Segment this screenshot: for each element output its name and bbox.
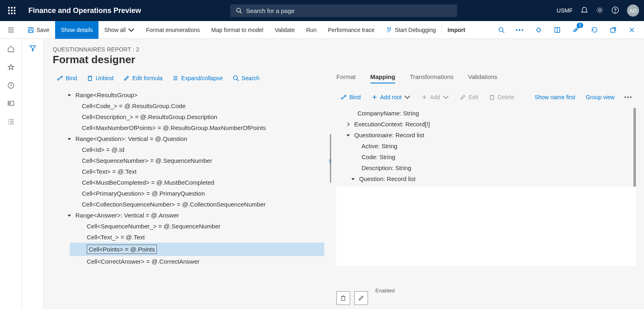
splitter[interactable]: ||: [324, 73, 336, 309]
tree-row[interactable]: Cell<CollectionSequenceNumber> = @.Colle…: [53, 199, 324, 210]
tree-row[interactable]: Cell<MaxNumberOfPoints> = @.ResultsGroup…: [53, 122, 324, 133]
caret-down-icon[interactable]: [67, 213, 73, 217]
close-icon[interactable]: [625, 23, 638, 36]
hamburger-icon[interactable]: [0, 26, 22, 34]
refresh-icon[interactable]: [588, 23, 601, 36]
tree-row[interactable]: Cell<SequenceNumber> = @.SequenceNumber: [53, 155, 324, 166]
tab-format[interactable]: Format: [336, 73, 356, 83]
mapping-tree[interactable]: CompanyName: String ExecutionContext: Re…: [336, 108, 636, 187]
map-icon[interactable]: [551, 23, 564, 36]
tree-label: Range<ResultsGroup>: [75, 92, 137, 98]
splitter-grip-icon[interactable]: ||: [329, 158, 332, 163]
more-icon[interactable]: •••: [621, 94, 636, 100]
text-input-area[interactable]: [336, 187, 636, 266]
tree-row[interactable]: Range<ResultsGroup>: [53, 90, 324, 100]
add-root-button[interactable]: Add root: [367, 92, 415, 102]
panels: Bind Unbind Edit formula Expand/collapse…: [53, 73, 644, 309]
map-row[interactable]: Question: Record list: [336, 173, 636, 184]
format-enum-button[interactable]: Format enumerations: [140, 21, 205, 39]
attach-icon[interactable]: 0: [569, 23, 582, 36]
tree-row[interactable]: Cell<Description_> = @.ResultsGroup.Desc…: [53, 111, 324, 122]
format-enum-label: Format enumerations: [146, 27, 200, 33]
home-icon[interactable]: [7, 45, 15, 54]
tree-row[interactable]: Cell<Text> = @.Text: [53, 166, 324, 177]
delete-box-button[interactable]: [336, 291, 350, 305]
tab-transformations[interactable]: Transformations: [410, 73, 454, 83]
popout-icon[interactable]: [607, 23, 620, 36]
tree-label: Cell<Id> = @.Id: [82, 146, 124, 153]
import-button[interactable]: Import: [442, 21, 471, 39]
start-debug-button[interactable]: Start Debugging: [380, 21, 441, 39]
tree-row[interactable]: Cell<PrimaryQuestion> = @.PrimaryQuestio…: [53, 188, 324, 199]
caret-down-icon[interactable]: [67, 137, 73, 141]
edit-box-button[interactable]: [354, 291, 368, 305]
bell-icon[interactable]: [581, 6, 588, 15]
scrollbar[interactable]: [633, 108, 636, 187]
format-tree[interactable]: Range<ResultsGroup> Cell<Code_> = @.Resu…: [53, 90, 324, 309]
map-row[interactable]: Active: String: [336, 141, 636, 151]
map-row[interactable]: Questionnaire: Record list: [336, 130, 636, 141]
svg-rect-9: [30, 28, 32, 29]
bind-button[interactable]: Bind: [336, 92, 365, 102]
more-action-icon[interactable]: •••: [513, 23, 526, 36]
tree-row[interactable]: Cell<MustBeCompleted> = @.MustBeComplete…: [53, 177, 324, 188]
tree-row[interactable]: Cell<Code_> = @.ResultsGroup.Code: [53, 100, 324, 111]
funnel-icon[interactable]: [29, 45, 36, 309]
search-input[interactable]: [246, 7, 451, 14]
waffle-icon[interactable]: [5, 4, 19, 17]
diamond-icon[interactable]: [532, 23, 545, 36]
show-all-button[interactable]: Show all: [98, 21, 140, 39]
map-format-button[interactable]: Map format to model: [205, 21, 269, 39]
clock-icon[interactable]: [7, 82, 15, 90]
modules-icon[interactable]: [7, 118, 15, 127]
expand-button[interactable]: Expand/collapse: [168, 73, 227, 83]
map-row[interactable]: Description: String: [336, 162, 636, 173]
caret-right-icon[interactable]: [346, 122, 352, 126]
map-label: CompanyName: String: [357, 110, 419, 117]
search-box[interactable]: [230, 4, 457, 17]
edit-label: Edit: [469, 94, 478, 100]
workspace-icon[interactable]: [7, 100, 15, 109]
tree-row[interactable]: Cell<Text_> = @.Text: [53, 232, 324, 243]
save-button[interactable]: Save: [22, 21, 55, 39]
svg-rect-42: [490, 96, 494, 100]
save-label: Save: [36, 27, 49, 33]
tree-row[interactable]: Cell<SequenceNumber_> = @.SequenceNumber: [53, 221, 324, 232]
bind-button[interactable]: Bind: [53, 73, 81, 83]
caret-down-icon[interactable]: [351, 177, 357, 181]
svg-line-37: [237, 79, 239, 81]
perf-trace-button[interactable]: Performance trace: [322, 21, 380, 39]
tab-mapping[interactable]: Mapping: [370, 73, 396, 83]
map-label: Questionnaire: Record list: [354, 132, 424, 139]
map-row[interactable]: CompanyName: String: [336, 108, 636, 119]
bind-label: Bind: [349, 94, 361, 100]
show-details-button[interactable]: Show details: [55, 21, 98, 39]
company-label[interactable]: USMF: [556, 7, 573, 14]
tab-validations[interactable]: Validations: [468, 73, 497, 83]
avatar[interactable]: AD: [627, 4, 639, 17]
gear-icon[interactable]: [596, 6, 603, 15]
tree-label: Cell<Code_> = @.ResultsGroup.Code: [82, 102, 186, 109]
tree-row[interactable]: Cell<Points> = @.Points: [70, 243, 324, 256]
tree-row[interactable]: Cell<Id> = @.Id: [53, 144, 324, 155]
tree-row[interactable]: Range<Question>: Vertical = @.Question: [53, 133, 324, 144]
search-button[interactable]: Search: [229, 73, 263, 83]
map-row[interactable]: Code: String: [336, 151, 636, 162]
group-view-button[interactable]: Group view: [582, 92, 618, 102]
tree-row[interactable]: Range<Answer>: Vertical = @.Answer: [53, 210, 324, 221]
show-name-button[interactable]: Show name first: [531, 92, 579, 102]
map-row[interactable]: ExecutionContext: Record[!]: [336, 119, 636, 130]
search-action-icon[interactable]: [495, 23, 508, 36]
unbind-button[interactable]: Unbind: [83, 73, 118, 83]
expand-label: Expand/collapse: [181, 75, 223, 81]
caret-down-icon[interactable]: [346, 133, 352, 137]
caret-down-icon[interactable]: [67, 93, 73, 97]
star-icon[interactable]: [7, 64, 15, 72]
tree-row[interactable]: Cell<CorrectAnswer> = @.CorrectAnswer: [53, 256, 324, 267]
help-icon[interactable]: [612, 6, 619, 15]
svg-rect-23: [9, 102, 11, 104]
map-row[interactable]: Answer: Record list: [336, 184, 636, 187]
run-button[interactable]: Run: [300, 21, 322, 39]
validate-button[interactable]: Validate: [269, 21, 301, 39]
edit-formula-button[interactable]: Edit formula: [119, 73, 167, 83]
